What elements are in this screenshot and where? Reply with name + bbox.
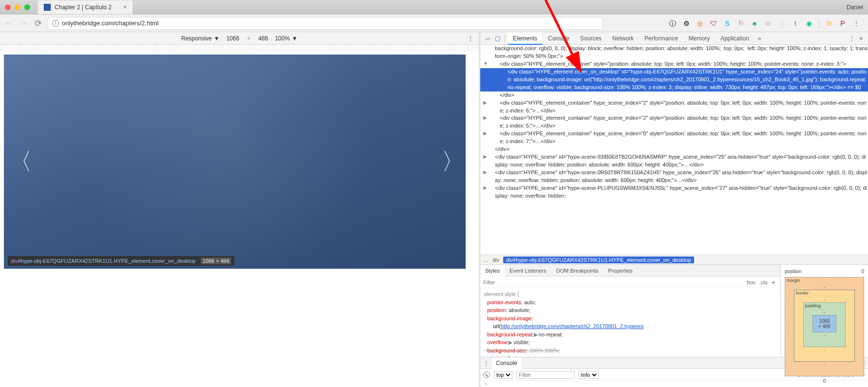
ext-icon[interactable]: ☆	[778, 19, 786, 27]
tab-performance[interactable]: Performance	[640, 32, 683, 45]
tab-application[interactable]: Application	[716, 32, 754, 45]
cls-toggle[interactable]: .cls	[757, 279, 770, 285]
tab-sources[interactable]: Sources	[575, 32, 606, 45]
device-toggle-icon[interactable]: ▢	[493, 35, 502, 42]
reload-button[interactable]: ⟳	[33, 18, 43, 29]
box-model-position-val: 0	[861, 269, 864, 274]
device-menu-icon[interactable]: ⋮	[467, 35, 474, 42]
box-model: position0 margin - border - padding - 10…	[780, 265, 868, 357]
ext-icon[interactable]: ◉	[805, 19, 813, 27]
css-rules[interactable]: element.style { pointer-events: auto; po…	[480, 288, 780, 357]
devtools-tabs: ▱ ▢ Elements Console Sources Network Per…	[480, 32, 868, 45]
ext-icon[interactable]: P	[839, 19, 847, 27]
styles-filter-input[interactable]	[483, 279, 744, 285]
ext-icon[interactable]: ⚐	[737, 19, 745, 27]
window-close-icon[interactable]	[5, 4, 11, 10]
crumb-item[interactable]: div	[492, 257, 499, 263]
inspect-element-icon[interactable]: ▱	[483, 35, 492, 42]
new-tab-button[interactable]	[135, 0, 150, 14]
styles-pane: Styles Event Listeners DOM Breakpoints P…	[480, 264, 868, 357]
tab-network[interactable]: Network	[607, 32, 639, 45]
console-context-select[interactable]: top	[494, 371, 512, 379]
box-model-margin: margin - border - padding - 1066 × 486 -…	[785, 277, 864, 376]
ext-icon[interactable]: S	[723, 19, 731, 27]
site-info-icon[interactable]: i	[52, 20, 59, 27]
dom-node[interactable]: ▶<div class="HYPE_element_container" hyp…	[480, 114, 868, 130]
new-style-rule-icon[interactable]: +	[770, 278, 777, 286]
device-mode-select[interactable]: Responsive▼	[181, 35, 220, 42]
tab-memory[interactable]: Memory	[684, 32, 715, 45]
tab-title: Chapter 2 | Capítulo 2	[55, 4, 112, 11]
dom-node[interactable]: ▶<div class="HYPE_element_container" hyp…	[480, 99, 868, 115]
ext-icon[interactable]: ♣	[751, 19, 758, 27]
styles-subtabs: Styles Event Listeners DOM Breakpoints P…	[480, 265, 780, 276]
box-model-footer: 0	[785, 378, 864, 384]
console-level-select[interactable]: Info	[579, 371, 599, 379]
next-slide-button[interactable]: 〉	[441, 145, 461, 179]
window-minimize-icon[interactable]	[15, 4, 20, 10]
dom-tree[interactable]: ••• background-color: rgb(0, 0, 0); disp…	[480, 45, 868, 255]
url-toolbar: ← → ⟳ i onlythebridge.com/chapters/2.htm…	[0, 15, 868, 32]
devtools-menu-icon[interactable]: ⋮	[848, 35, 856, 42]
subtab-event-listeners[interactable]: Event Listeners	[505, 265, 551, 276]
crumb-ellipsis[interactable]: …	[483, 257, 489, 263]
page-preview-pane: Responsive▼ 1066 × 486 100%▼ ⋮ 〈 〉 div#h…	[0, 32, 479, 387]
hov-toggle[interactable]: :hov	[744, 279, 758, 285]
separator	[819, 19, 819, 28]
dom-node-selected[interactable]: <div class="HYPE_element cover_on_deskto…	[480, 68, 868, 92]
ext-icon[interactable]: ⚙	[682, 19, 690, 27]
console-filter-input[interactable]	[516, 371, 575, 379]
device-toolbar: Responsive▼ 1066 × 486 100%▼ ⋮	[0, 32, 479, 45]
dom-node[interactable]: ▶<div class="HYPE_element_container" hyp…	[480, 130, 868, 146]
ext-icon[interactable]: ⓘ	[669, 19, 677, 27]
drawer-tab-console[interactable]: Console	[492, 357, 521, 369]
crumb-item-selected[interactable]: div#hype-obj-E67QGFUZARX42STRK1U1.HYPE_e…	[503, 257, 694, 263]
box-model-padding: padding - 1066 × 486 -	[803, 302, 846, 347]
ext-icon[interactable]: ✿	[764, 19, 772, 27]
device-height-input[interactable]: 486	[258, 35, 268, 42]
dom-node[interactable]: background-color: rgb(0, 0, 0); display:…	[480, 45, 868, 60]
box-model-position-label: position	[785, 269, 801, 274]
box-model-content: 1066 × 486	[812, 315, 836, 332]
box-model-border: border - padding - 1066 × 486 - -	[794, 290, 855, 362]
dimension-x: ×	[247, 35, 250, 42]
dom-node[interactable]: </div>	[480, 146, 868, 153]
ext-icon[interactable]: 🛡	[710, 19, 717, 27]
css-selector: element.style {	[484, 290, 776, 298]
dom-node[interactable]: </div>	[480, 92, 868, 99]
traffic-lights	[0, 4, 35, 10]
dom-node[interactable]: ▶<div class="HYPE_scene" id="hype-scene-…	[480, 153, 868, 169]
zoom-select[interactable]: 100%▼	[275, 35, 298, 42]
back-button[interactable]: ←	[4, 18, 14, 28]
clear-console-icon[interactable]	[483, 371, 490, 378]
prev-slide-button[interactable]: 〈	[9, 145, 28, 179]
responsive-viewport[interactable]: 〈 〉 div#hype-obj-E67QGFUZARX42STRK1U1.HY…	[4, 55, 466, 269]
devtools-pane: ▱ ▢ Elements Console Sources Network Per…	[480, 32, 868, 387]
ext-icon[interactable]: ◎	[696, 19, 704, 27]
device-width-input[interactable]: 1066	[226, 35, 240, 42]
browser-tab[interactable]: Chapter 2 | Capítulo 2 ×	[38, 0, 132, 14]
ext-icon[interactable]: ⊙	[825, 19, 833, 27]
ruler	[0, 45, 479, 51]
ext-icon[interactable]: t	[792, 19, 799, 27]
window-zoom-icon[interactable]	[24, 4, 30, 10]
subtab-dom-breakpoints[interactable]: DOM Breakpoints	[551, 265, 604, 276]
window-tab-strip: Chapter 2 | Capítulo 2 × Daniel	[0, 0, 868, 15]
profile-name[interactable]: Daniel	[847, 4, 863, 11]
subtab-properties[interactable]: Properties	[604, 265, 638, 276]
menu-icon[interactable]: ⋮	[852, 19, 860, 27]
dom-node[interactable]: ▶<div class="HYPE_scene" id="hype-scene-…	[480, 169, 868, 184]
subtab-styles[interactable]: Styles	[480, 265, 505, 276]
inspect-tooltip: div#hype-obj-E67QGFUZARX42STRK1U1.HYPE_e…	[8, 256, 234, 266]
tabs-overflow-icon[interactable]: »	[755, 35, 764, 42]
dom-node[interactable]: ▶<div class="HYPE_scene" id="hype-scene-…	[480, 184, 868, 200]
breadcrumb: … div div#hype-obj-E67QGFUZARX42STRK1U1.…	[480, 255, 868, 264]
tab-elements[interactable]: Elements	[508, 32, 542, 45]
drawer-menu-icon[interactable]: ⋮	[483, 360, 489, 367]
dom-node[interactable]: ▼<div class="HYPE_element_container" sty…	[480, 60, 868, 68]
close-tab-icon[interactable]: ×	[123, 4, 127, 11]
devtools-close-icon[interactable]: ×	[857, 35, 865, 42]
separator	[505, 35, 505, 42]
address-bar[interactable]: i onlythebridge.com/chapters/2.html	[48, 17, 603, 30]
tab-console[interactable]: Console	[543, 32, 574, 45]
